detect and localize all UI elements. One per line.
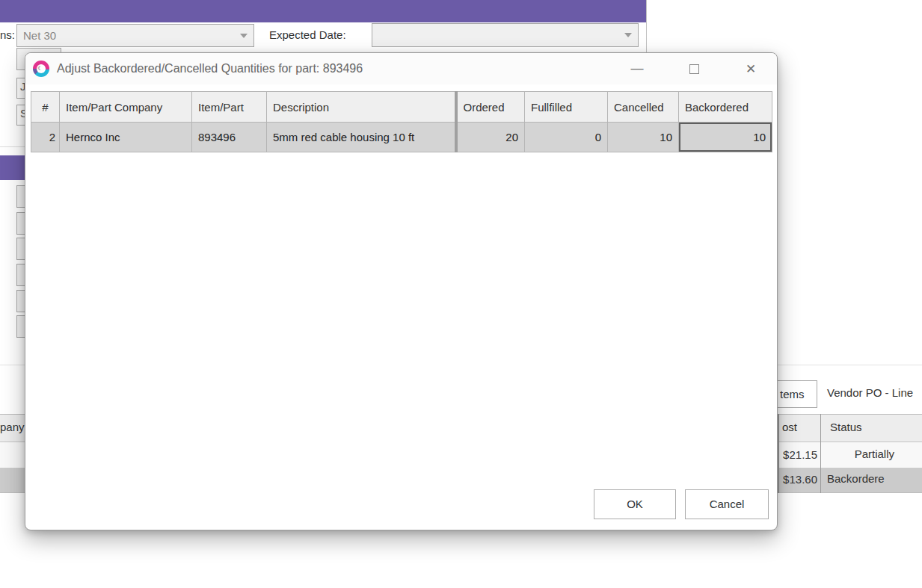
company-header-fragment: pany — [0, 421, 25, 433]
col-header-fullfilled[interactable]: Fullfilled — [525, 92, 608, 123]
chevron-down-icon — [624, 33, 632, 37]
terms-select[interactable]: Net 30 — [16, 24, 254, 47]
expected-date-label: Expected Date: — [269, 28, 346, 41]
maximize-button[interactable] — [684, 59, 704, 78]
cell-company[interactable]: Hernco Inc — [60, 123, 192, 152]
cell-description[interactable]: 5mm red cable housing 10 ft — [267, 123, 456, 152]
chevron-down-icon — [240, 34, 248, 38]
cell-cancelled[interactable]: 10 — [608, 123, 679, 152]
status-cell: Backordere — [827, 472, 885, 485]
quantities-table: # Item/Part Company Item/Part Descriptio… — [31, 91, 772, 152]
cost-header-fragment: ost — [782, 421, 797, 433]
terms-value: Net 30 — [23, 29, 240, 42]
expected-date-select[interactable] — [372, 23, 639, 47]
ok-button[interactable]: OK — [594, 489, 676, 519]
window-edge-divider — [646, 0, 647, 52]
minimize-button[interactable]: — — [627, 59, 647, 78]
cell-num[interactable]: 2 — [31, 123, 60, 152]
section-header-band — [0, 155, 25, 180]
table-header-row: # Item/Part Company Item/Part Descriptio… — [31, 92, 772, 123]
cancel-button[interactable]: Cancel — [685, 489, 769, 519]
window-controls: — ✕ — [627, 59, 760, 78]
tab-label: tems — [780, 388, 805, 400]
close-button[interactable]: ✕ — [741, 59, 760, 78]
cell-ordered[interactable]: 20 — [456, 123, 525, 152]
app-logo-icon — [33, 61, 49, 77]
app-top-bar — [0, 0, 647, 22]
col-header-backordered[interactable]: Backordered — [679, 92, 772, 123]
dialog-title: Adjust Backordered/Cancelled Quantities … — [57, 62, 363, 75]
col-header-ordered[interactable]: Ordered — [456, 92, 525, 123]
cell-fullfilled[interactable]: 0 — [525, 123, 608, 152]
maximize-icon — [689, 64, 699, 74]
section-divider — [0, 146, 25, 147]
tab-line-items-fragment[interactable]: tems — [776, 380, 817, 408]
cell-backordered-focused[interactable]: 10 — [679, 123, 772, 152]
col-header-description[interactable]: Description — [267, 92, 456, 123]
column-divider — [820, 414, 821, 493]
terms-label-fragment: ns: — [0, 28, 14, 41]
cost-cell: $13.60 — [778, 473, 817, 486]
adjust-quantities-dialog: Adjust Backordered/Cancelled Quantities … — [25, 52, 778, 530]
col-header-company[interactable]: Item/Part Company — [60, 92, 192, 123]
cost-cell: $21.15 — [778, 448, 817, 461]
tab-vendor-po-lines[interactable]: Vendor PO - Line — [827, 386, 913, 399]
table-row[interactable]: 2 Hernco Inc 893496 5mm red cable housin… — [31, 123, 772, 152]
status-header: Status — [830, 421, 862, 433]
cell-itempart[interactable]: 893496 — [192, 123, 267, 152]
col-header-num[interactable]: # — [31, 92, 60, 123]
col-header-cancelled[interactable]: Cancelled — [608, 92, 679, 123]
col-header-itempart[interactable]: Item/Part — [192, 92, 267, 123]
status-cell: Partially — [827, 448, 894, 460]
